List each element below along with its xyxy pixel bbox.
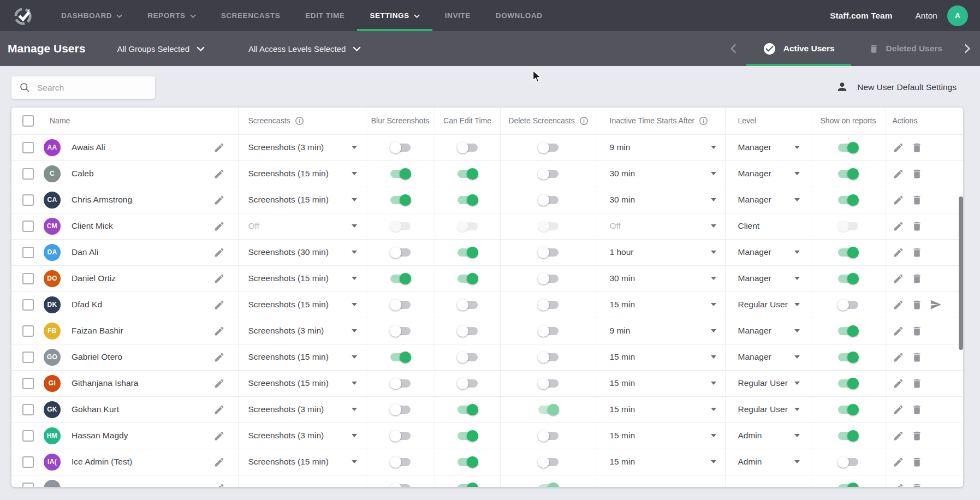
screencasts-select[interactable]: Screenshots (3 min) xyxy=(239,404,366,414)
delete-screencasts-toggle[interactable] xyxy=(538,406,559,414)
delete-user-icon[interactable] xyxy=(911,142,923,153)
nav-item[interactable]: SCREENCASTS xyxy=(209,0,293,31)
blur-screenshots-toggle[interactable] xyxy=(390,196,411,204)
level-select[interactable]: Client xyxy=(726,221,811,231)
row-checkbox[interactable] xyxy=(22,404,34,415)
can-edit-time-toggle[interactable] xyxy=(458,458,478,466)
show-on-reports-toggle[interactable] xyxy=(838,222,858,230)
delete-user-icon[interactable] xyxy=(911,378,923,389)
blur-screenshots-toggle[interactable] xyxy=(390,432,411,440)
new-user-default-settings-button[interactable]: New User Default Settings xyxy=(836,81,957,93)
screencasts-select[interactable]: Screenshots (15 min) xyxy=(239,352,366,362)
edit-name-icon[interactable] xyxy=(213,430,225,442)
edit-user-icon[interactable] xyxy=(893,352,904,363)
screencasts-select[interactable]: Screenshots (15 min) xyxy=(239,457,366,467)
edit-user-icon[interactable] xyxy=(893,168,904,180)
blur-screenshots-toggle[interactable] xyxy=(390,458,411,466)
blur-screenshots-toggle[interactable] xyxy=(390,222,411,230)
show-on-reports-toggle[interactable] xyxy=(838,432,858,440)
can-edit-time-toggle[interactable] xyxy=(458,379,478,388)
delete-screencasts-toggle[interactable] xyxy=(538,196,559,204)
inactive-time-select[interactable]: 1 hour xyxy=(597,247,725,257)
level-select[interactable]: Admin xyxy=(726,431,811,441)
show-on-reports-toggle[interactable] xyxy=(838,406,858,414)
inactive-time-select[interactable]: 9 min xyxy=(597,142,725,152)
delete-user-icon[interactable] xyxy=(911,483,923,487)
edit-user-icon[interactable] xyxy=(893,247,904,258)
show-on-reports-toggle[interactable] xyxy=(838,301,858,309)
inactive-time-select[interactable]: 30 min xyxy=(597,195,725,205)
edit-user-icon[interactable] xyxy=(893,325,904,337)
screencasts-select[interactable]: Screenshots (3 min) xyxy=(239,431,366,441)
team-name[interactable]: Staff.com Team xyxy=(830,11,892,21)
level-select[interactable]: Manager xyxy=(726,195,811,205)
delete-user-icon[interactable] xyxy=(911,325,923,337)
nav-item[interactable]: REPORTS xyxy=(135,0,208,31)
edit-name-icon[interactable] xyxy=(213,247,225,258)
delete-user-icon[interactable] xyxy=(911,404,923,415)
edit-user-icon[interactable] xyxy=(893,273,904,284)
delete-screencasts-toggle[interactable] xyxy=(538,327,559,335)
select-all-checkbox[interactable] xyxy=(22,115,34,127)
delete-screencasts-toggle[interactable] xyxy=(538,379,559,388)
screencasts-select[interactable]: Screenshots (15 min) xyxy=(239,378,366,388)
can-edit-time-toggle[interactable] xyxy=(458,248,478,257)
screencasts-select[interactable]: Screenshots (15 min) xyxy=(239,273,366,283)
show-on-reports-toggle[interactable] xyxy=(838,484,858,487)
row-checkbox[interactable] xyxy=(22,142,34,153)
show-on-reports-toggle[interactable] xyxy=(838,327,858,335)
user-avatar[interactable]: A xyxy=(947,5,968,26)
level-select[interactable]: Manager xyxy=(726,273,811,283)
edit-user-icon[interactable] xyxy=(893,483,904,487)
blur-screenshots-toggle[interactable] xyxy=(390,379,411,388)
delete-screencasts-toggle[interactable] xyxy=(538,144,559,152)
info-icon[interactable] xyxy=(699,116,708,126)
delete-user-icon[interactable] xyxy=(911,456,923,468)
level-select[interactable]: Manager xyxy=(726,142,811,152)
edit-user-icon[interactable] xyxy=(893,378,904,389)
blur-screenshots-toggle[interactable] xyxy=(390,301,411,309)
inactive-time-select[interactable]: 15 min xyxy=(597,300,725,309)
row-checkbox[interactable] xyxy=(22,430,34,442)
blur-screenshots-toggle[interactable] xyxy=(390,353,411,361)
screencasts-select[interactable]: Off xyxy=(239,221,366,231)
show-on-reports-toggle[interactable] xyxy=(838,196,858,204)
delete-user-icon[interactable] xyxy=(911,273,923,284)
tab-active-users[interactable]: Active Users xyxy=(746,31,851,66)
can-edit-time-toggle[interactable] xyxy=(458,196,478,204)
inactive-time-select[interactable]: 15 min xyxy=(597,352,725,362)
inactive-time-select[interactable]: 15 min xyxy=(597,404,725,414)
blur-screenshots-toggle[interactable] xyxy=(390,406,411,414)
show-on-reports-toggle[interactable] xyxy=(838,144,858,152)
can-edit-time-toggle[interactable] xyxy=(458,275,478,283)
delete-screencasts-toggle[interactable] xyxy=(538,170,559,178)
blur-screenshots-toggle[interactable] xyxy=(390,484,411,487)
can-edit-time-toggle[interactable] xyxy=(458,144,478,152)
row-checkbox[interactable] xyxy=(22,221,34,232)
edit-name-icon[interactable] xyxy=(213,404,225,415)
show-on-reports-toggle[interactable] xyxy=(838,275,858,283)
level-select[interactable]: Manager xyxy=(726,169,811,178)
show-on-reports-toggle[interactable] xyxy=(838,353,858,361)
level-select[interactable]: Regular User xyxy=(726,300,811,309)
row-checkbox[interactable] xyxy=(22,299,34,311)
can-edit-time-toggle[interactable] xyxy=(458,301,478,309)
edit-user-icon[interactable] xyxy=(893,142,904,153)
edit-name-icon[interactable] xyxy=(213,325,225,337)
groups-filter-dropdown[interactable]: All Groups Selected xyxy=(117,44,205,53)
delete-user-icon[interactable] xyxy=(911,430,923,442)
delete-screencasts-toggle[interactable] xyxy=(538,353,559,361)
send-invite-icon[interactable] xyxy=(930,299,942,311)
can-edit-time-toggle[interactable] xyxy=(458,222,478,230)
info-icon[interactable] xyxy=(579,116,589,126)
screencasts-select[interactable]: Screenshots (3 min) xyxy=(239,326,366,336)
tab-deleted-users[interactable]: Deleted Users xyxy=(865,31,946,66)
inactive-time-select[interactable]: 30 min xyxy=(597,169,725,178)
blur-screenshots-toggle[interactable] xyxy=(390,144,411,152)
inactive-time-select[interactable]: Off xyxy=(597,221,725,231)
edit-name-icon[interactable] xyxy=(213,273,225,284)
screencasts-select[interactable]: Screenshots (3 min) xyxy=(239,142,366,152)
can-edit-time-toggle[interactable] xyxy=(458,170,478,178)
blur-screenshots-toggle[interactable] xyxy=(390,248,411,257)
row-checkbox[interactable] xyxy=(22,273,34,284)
